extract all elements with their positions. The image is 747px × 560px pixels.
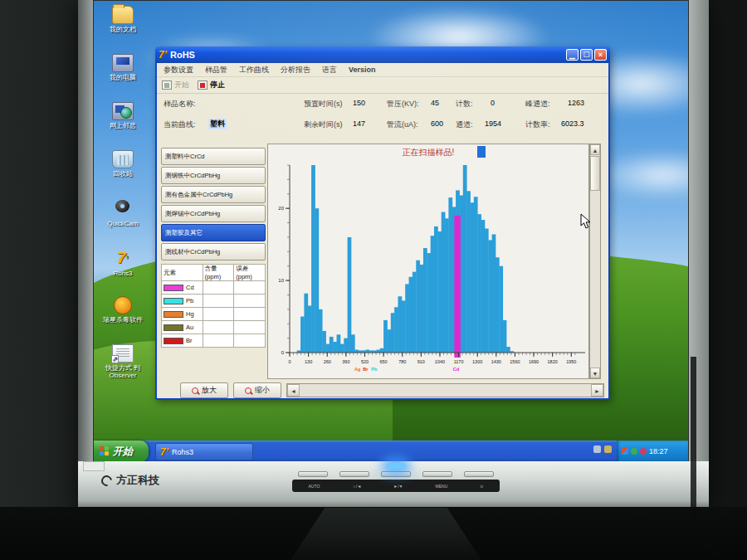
magnifier-icon	[192, 387, 198, 394]
svg-text:1820: 1820	[548, 359, 558, 364]
power-label: ⊙	[480, 484, 483, 489]
svg-text:520: 520	[361, 359, 369, 364]
icon-label: Rohs3	[113, 270, 132, 277]
windows-flag-icon	[100, 446, 110, 456]
table-row[interactable]: Cd	[162, 281, 266, 295]
vertical-scrollbar[interactable]: ▲ ▼	[589, 144, 601, 379]
taskbar-item-rohs3[interactable]: 7’ Rohs3	[155, 443, 253, 460]
current-curve-label: 当前曲线:	[164, 119, 196, 130]
desktop-icon-my-computer[interactable]: 我的电脑	[97, 54, 149, 81]
system-tray: 18:27	[617, 441, 688, 462]
webcam-icon	[112, 200, 134, 218]
menu-item-sample[interactable]: 样品管	[205, 65, 227, 75]
table-row[interactable]: Hg	[162, 308, 266, 321]
scrollbar-thumb[interactable]	[590, 156, 600, 191]
mode-button-wire[interactable]: 测线材中CrCdPbHg	[161, 243, 266, 261]
maximize-button[interactable]: ☐	[580, 49, 593, 61]
desktop-icon-rohs3[interactable]: 7’ Rohs3	[97, 250, 149, 277]
preset-time-value: 150	[353, 99, 365, 107]
current-curve-value[interactable]: 塑料	[208, 119, 227, 129]
rohs-app-icon: 7’	[112, 250, 134, 268]
volume-tray-icon[interactable]	[640, 448, 647, 455]
antivirus-tray-icon[interactable]	[622, 448, 628, 455]
antivirus-icon	[114, 296, 132, 314]
network-tray-icon[interactable]	[631, 448, 637, 455]
mode-button-nonferrous[interactable]: 测有色金属中CrCdPbHg	[161, 186, 266, 203]
svg-text:Ag: Ag	[354, 367, 360, 372]
stop-label: 停止	[210, 80, 225, 90]
mode-button-plastics-other[interactable]: 测塑胶及其它	[161, 224, 266, 241]
minimize-button[interactable]: ▁	[566, 49, 579, 61]
mode-button-plastic-crcd[interactable]: 测塑料中CrCd	[161, 148, 266, 165]
element-table: 元素 含量(ppm) 误差(ppm) Cd Pb Hg Au Br	[161, 264, 266, 348]
monitor-brand: 方正科技	[101, 473, 159, 488]
desktop-icon-network[interactable]: 网上邻居	[97, 102, 149, 129]
scroll-right-arrow[interactable]: ►	[591, 384, 603, 397]
svg-text:1300: 1300	[472, 359, 482, 364]
desktop-icon-quickcam[interactable]: QuickCam	[97, 200, 149, 227]
svg-text:910: 910	[417, 359, 425, 364]
au-color-swatch	[164, 324, 183, 331]
menu-item-language[interactable]: 语言	[322, 65, 337, 75]
display-settings-icon[interactable]	[593, 446, 601, 453]
monitor-auto-button[interactable]	[298, 471, 328, 477]
monitor-brightness-button[interactable]	[339, 471, 369, 477]
monitor-buttons	[292, 471, 500, 477]
close-button[interactable]: ×	[594, 49, 607, 61]
remain-time-label: 剩余时间(s)	[304, 119, 343, 130]
menu-item-work-curve[interactable]: 工作曲线	[239, 65, 269, 75]
mode-button-steel[interactable]: 测钢铁中CrCdPbHg	[161, 167, 266, 184]
svg-text:1170: 1170	[454, 359, 464, 364]
monitor-select-button[interactable]	[381, 471, 411, 477]
br-color-swatch	[164, 338, 183, 344]
desktop-icon-rising-antivirus[interactable]: 瑞星杀毒软件	[97, 296, 149, 324]
channel-value: 1954	[485, 119, 501, 128]
scroll-left-arrow[interactable]: ◄	[287, 384, 300, 397]
tray-clock[interactable]: 18:27	[649, 447, 668, 455]
desktop-icon-my-documents[interactable]: 我的文档	[97, 6, 149, 33]
svg-text:130: 130	[305, 359, 312, 364]
monitor-power-button[interactable]	[464, 471, 494, 477]
start-button[interactable]: 开始	[162, 80, 189, 90]
svg-text:390: 390	[342, 359, 349, 364]
update-icon[interactable]	[604, 446, 612, 453]
svg-text:1560: 1560	[510, 359, 520, 364]
monitor-menu-button[interactable]	[422, 471, 452, 477]
cd-color-swatch	[164, 285, 183, 291]
stop-button[interactable]: 停止	[198, 80, 225, 90]
brightness-label: ☼/◄	[352, 484, 361, 489]
icon-label: 快捷方式 到 Observer	[105, 364, 140, 379]
desktop-icon-recycle-bin[interactable]: 回收站	[97, 150, 149, 178]
icon-label: 我的电脑	[110, 74, 136, 81]
desktop-icon-observer-shortcut[interactable]: 快捷方式 到 Observer	[97, 344, 149, 379]
icon-label: 网上邻居	[110, 122, 136, 129]
tube-current-value: 600	[431, 119, 443, 128]
scan-progress-indicator	[477, 146, 486, 158]
preset-time-label: 预置时间(s)	[304, 99, 343, 110]
menu-item-version[interactable]: Version	[349, 66, 376, 74]
hg-color-swatch	[164, 311, 183, 318]
scroll-up-arrow[interactable]: ▲	[590, 144, 600, 155]
menu-item-report[interactable]: 分析报告	[281, 65, 310, 75]
zoom-out-button[interactable]: 缩小	[233, 382, 281, 398]
horizontal-scrollbar[interactable]: ◄ ►	[286, 383, 604, 397]
tube-voltage-value: 45	[431, 99, 439, 107]
auto-label: AUTO	[309, 484, 320, 489]
tube-current-label: 管流(uA):	[387, 119, 418, 130]
count-value: 0	[491, 99, 495, 107]
scroll-down-arrow[interactable]: ▼	[590, 368, 600, 378]
start-menu-button[interactable]: 开始	[94, 441, 149, 462]
network-icon	[112, 102, 134, 120]
svg-text:1690: 1690	[529, 359, 539, 364]
table-row[interactable]: Pb	[162, 295, 266, 308]
window-titlebar[interactable]: 7’ RoHS ▁ ☐ ×	[155, 46, 610, 63]
table-row[interactable]: Au	[162, 321, 266, 334]
icon-label: 瑞星杀毒软件	[103, 316, 143, 324]
computer-icon	[112, 54, 134, 72]
table-row[interactable]: Br	[162, 334, 266, 348]
svg-text:20: 20	[278, 206, 284, 211]
zoom-in-button[interactable]: 放大	[180, 382, 228, 398]
menu-item-parameters[interactable]: 参数设置	[164, 65, 193, 75]
mode-button-solder[interactable]: 测焊锡中CrCdPbHg	[161, 205, 266, 222]
menu-bar: 参数设置 样品管 工作曲线 分析报告 语言 Version	[157, 63, 608, 77]
